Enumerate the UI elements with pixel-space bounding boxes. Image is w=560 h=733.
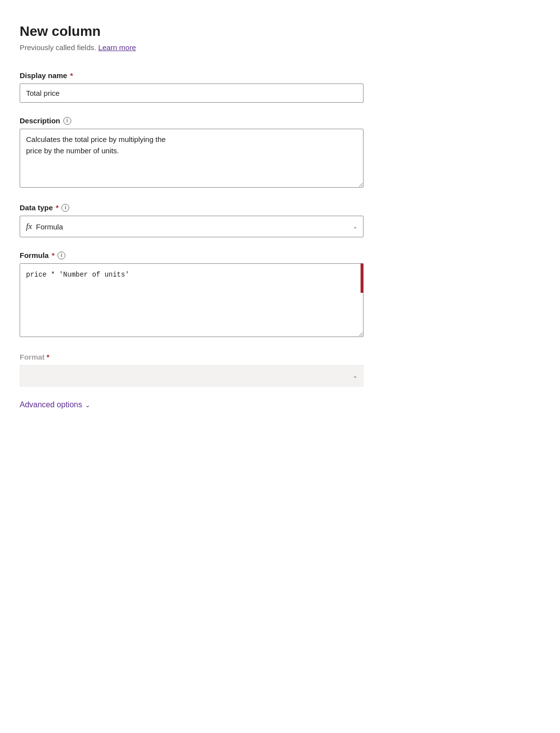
advanced-options-chevron-icon: ⌄ <box>85 401 90 409</box>
data-type-required: * <box>56 203 59 212</box>
data-type-info-icon[interactable]: i <box>61 204 69 212</box>
formula-section: Formula * i price * 'Number of units' <box>20 251 364 339</box>
formula-required: * <box>52 251 55 259</box>
learn-more-link[interactable]: Learn more <box>98 43 136 52</box>
format-select-wrapper: ⌄ <box>20 365 364 387</box>
display-name-input[interactable] <box>20 84 364 103</box>
format-select[interactable] <box>20 365 364 387</box>
display-name-section: Display name * <box>20 71 364 103</box>
fx-icon: fx <box>26 222 32 231</box>
display-name-required: * <box>70 71 73 80</box>
data-type-value: Formula <box>36 223 63 231</box>
data-type-select[interactable]: fx Formula <box>20 216 364 237</box>
advanced-options-button[interactable]: Advanced options ⌄ <box>20 400 540 409</box>
description-section: Description i Calculates the total price… <box>20 116 364 190</box>
format-section: Format * ⌄ <box>20 353 364 387</box>
formula-wrapper: price * 'Number of units' <box>20 263 364 339</box>
description-input[interactable]: Calculates the total price by multiplyin… <box>20 129 364 188</box>
description-label: Description i <box>20 116 364 125</box>
data-type-select-wrapper: fx Formula ⌄ <box>20 216 364 237</box>
format-required: * <box>47 353 50 361</box>
format-label: Format * <box>20 353 364 361</box>
display-name-label: Display name * <box>20 71 364 80</box>
data-type-label: Data type * i <box>20 203 364 212</box>
advanced-options-label: Advanced options <box>20 400 82 409</box>
description-info-icon[interactable]: i <box>63 117 71 125</box>
formula-info-icon[interactable]: i <box>57 252 65 259</box>
formula-input[interactable]: price * 'Number of units' <box>20 263 364 337</box>
page-title: New column <box>20 24 540 39</box>
page-subtitle: Previously called fields. Learn more <box>20 43 540 52</box>
data-type-section: Data type * i fx Formula ⌄ <box>20 203 364 237</box>
formula-label: Formula * i <box>20 251 364 259</box>
formula-indicator <box>361 263 364 293</box>
